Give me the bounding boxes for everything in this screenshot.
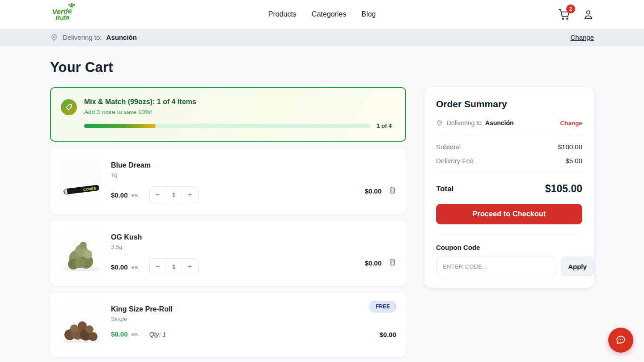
promo-subtitle: Add 3 more to save 10%!	[84, 109, 392, 115]
delivering-to-label: Delivering to:	[63, 34, 102, 41]
summary-delivering-label: Delivering to	[447, 119, 482, 126]
delivery-fee-value: $5.00	[565, 157, 582, 164]
item-title: King Size Pre-Roll	[111, 305, 371, 313]
summary-delivery-city: Asunción	[485, 119, 514, 126]
item-qty-label: Qty: 1	[149, 331, 166, 338]
item-title: OG Kush	[111, 233, 356, 241]
item-unit-suffix: ea.	[131, 264, 140, 270]
promo-progress-fill	[84, 124, 156, 128]
promo-progress-count: 1 of 4	[377, 122, 392, 129]
remove-item-button[interactable]	[389, 258, 396, 266]
item-line-total: $0.00	[364, 187, 381, 195]
item-unit-suffix: ea.	[131, 192, 140, 198]
delivery-fee-label: Delivery Fee	[436, 157, 474, 164]
cart-item-og-kush: OG Kush 3.5g $0.00 ea. − 1 + $0.00	[50, 221, 406, 286]
coupon-code-label: Coupon Code	[436, 244, 582, 251]
location-pin-icon	[436, 119, 443, 126]
mix-match-banner: Mix & Match (99ozs): 1 of 4 items Add 3 …	[50, 87, 406, 142]
item-unit-suffix: ea.	[131, 331, 140, 337]
promo-progress-bar	[84, 124, 370, 128]
quantity-value: 1	[166, 258, 182, 275]
product-image-og-kush	[60, 232, 103, 275]
item-title: Blue Dream	[111, 161, 356, 169]
subtotal-value: $100.00	[558, 143, 582, 151]
nav-categories[interactable]: Categories	[312, 10, 346, 18]
free-badge: FREE	[369, 301, 396, 312]
quantity-stepper: − 1 +	[149, 258, 199, 275]
increase-quantity-button[interactable]: +	[182, 258, 198, 275]
chat-support-button[interactable]	[608, 328, 633, 353]
quantity-stepper: − 1 +	[149, 186, 199, 203]
item-line-total: $0.00	[364, 259, 381, 267]
promo-title: Mix & Match (99ozs): 1 of 4 items	[84, 98, 392, 106]
subtotal-label: Subtotal	[436, 143, 461, 151]
item-variant: Single	[111, 316, 371, 322]
remove-item-button[interactable]	[389, 186, 396, 194]
cart-item-blue-dream: CONES Blue Dream 7g $0.00 ea. − 1 +	[50, 149, 406, 214]
decrease-quantity-button[interactable]: −	[150, 258, 166, 275]
page-title: Your Cart	[50, 59, 594, 76]
trash-icon	[389, 258, 396, 266]
delivery-city: Asunción	[106, 34, 137, 41]
summary-change-location-button[interactable]: Change	[560, 120, 582, 126]
total-label: Total	[436, 185, 453, 194]
order-summary-panel: Order Summary Delivering to Asunción Cha…	[424, 87, 594, 288]
item-variant: 7g	[111, 172, 356, 178]
trash-icon	[389, 186, 396, 194]
cart-button[interactable]: 2	[559, 8, 570, 20]
total-value: $105.00	[545, 183, 582, 195]
nav-blog[interactable]: Blog	[361, 10, 376, 18]
brand-name-line2: Ruta	[55, 14, 70, 21]
location-pin-icon	[50, 34, 58, 42]
main-nav: Products Categories Blog	[268, 10, 376, 18]
decrease-quantity-button[interactable]: −	[150, 186, 166, 203]
item-unit-price: $0.00	[111, 263, 128, 271]
item-unit-price: $0.00	[111, 330, 128, 338]
nav-products[interactable]: Products	[268, 10, 297, 18]
change-location-link[interactable]: Change	[570, 34, 594, 41]
chat-bubble-icon	[615, 334, 627, 346]
item-line-total: $0.00	[379, 331, 396, 338]
order-summary-title: Order Summary	[436, 99, 582, 109]
quantity-value: 1	[166, 186, 182, 203]
account-button[interactable]	[583, 9, 594, 20]
increase-quantity-button[interactable]: +	[182, 186, 198, 203]
cart-count-badge: 2	[566, 4, 575, 13]
user-icon	[583, 9, 594, 20]
proceed-to-checkout-button[interactable]: Proceed to Checkout	[436, 204, 582, 224]
apply-coupon-button[interactable]: Apply	[561, 257, 594, 276]
delivery-location-bar: Delivering to: Asunción Change	[0, 29, 644, 46]
product-image-blue-dream: CONES	[60, 160, 103, 203]
cart-item-king-size-pre-roll: FREE King Size Pre-Roll	[50, 293, 406, 357]
item-unit-price: $0.00	[111, 191, 128, 199]
app-header: Verde Ruta Products Categories Blog 2	[0, 0, 644, 29]
brand-logo[interactable]: Verde Ruta	[50, 4, 75, 25]
cannabis-leaf-icon	[68, 3, 76, 9]
promo-tag-icon	[61, 99, 77, 115]
product-image-king-size-pre-roll	[60, 303, 103, 346]
coupon-code-input[interactable]	[436, 257, 556, 276]
item-variant: 3.5g	[111, 244, 356, 250]
